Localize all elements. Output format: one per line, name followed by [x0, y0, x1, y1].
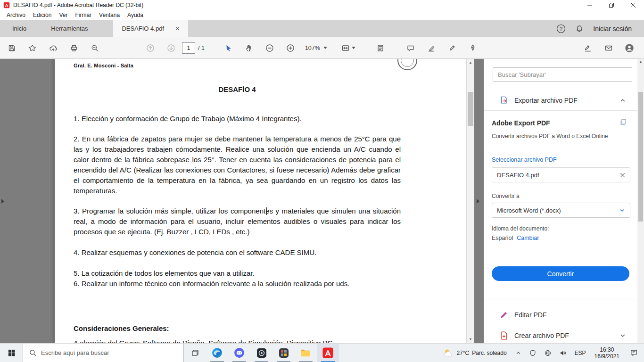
menu-ver[interactable]: Ver: [55, 12, 71, 18]
menu-ventana[interactable]: Ventana: [95, 12, 124, 18]
edit-pdf-row[interactable]: Editar PDF: [484, 306, 637, 324]
request-signatures-button[interactable]: [580, 40, 596, 56]
menu-firmar[interactable]: Firmar: [71, 12, 95, 18]
menu-edicion[interactable]: Edición: [29, 12, 55, 18]
network-globe-icon[interactable]: [540, 349, 555, 357]
chevron-down-icon: [619, 207, 625, 214]
menu-archivo[interactable]: Archivo: [3, 12, 29, 18]
fountain-pen-icon: [469, 44, 477, 52]
chevron-up-icon[interactable]: [619, 97, 626, 104]
collapse-arrow-icon: [477, 199, 479, 204]
taskbar-app-4[interactable]: [272, 344, 295, 362]
sign-tool-button[interactable]: [444, 40, 460, 56]
star-button[interactable]: [25, 40, 41, 56]
fit-width-icon: [341, 44, 350, 52]
send-email-button[interactable]: [601, 40, 617, 56]
tools-search-input[interactable]: [493, 67, 632, 82]
panel-scrollbar[interactable]: ▲: [637, 59, 644, 343]
search-button[interactable]: [87, 40, 103, 56]
page-down-icon: [167, 44, 175, 52]
clock-widget[interactable]: 16:30 16/9/2021: [590, 346, 624, 360]
content-area: Gral. E. Mosconi - Salta DESAFÍO 4 1. El…: [0, 59, 644, 343]
volume-icon[interactable]: [555, 349, 570, 357]
zoom-level-dropdown[interactable]: 107%: [302, 41, 330, 55]
restore-button[interactable]: [601, 0, 622, 10]
scroll-mode-button[interactable]: [372, 40, 388, 56]
print-button[interactable]: [66, 40, 82, 56]
export-pdf-icon: [499, 96, 509, 105]
notifications-bell-icon[interactable]: [575, 25, 584, 33]
doc-heading-consideraciones: Consideraciones Generales:: [74, 323, 401, 334]
taskbar-search-input[interactable]: [23, 344, 183, 362]
sun-cloud-icon: [443, 348, 454, 358]
tab-inicio[interactable]: Inicio: [0, 20, 39, 37]
tab-close-icon[interactable]: [175, 26, 180, 31]
fill-sign-tool-button[interactable]: [465, 40, 481, 56]
change-language-link[interactable]: Cambiar: [517, 235, 539, 241]
tray-time: 16:30: [594, 346, 619, 353]
left-panel-toggle[interactable]: [0, 193, 6, 209]
comment-tool-button[interactable]: [403, 40, 419, 56]
folder-icon: [300, 347, 312, 359]
scroll-up-icon[interactable]: ▲: [467, 60, 474, 66]
app-icon: [256, 347, 267, 359]
taskbar-edge-app[interactable]: [206, 344, 228, 362]
save-button[interactable]: [4, 40, 20, 56]
taskbar-acrobat-app[interactable]: [317, 344, 339, 362]
doc-item-2: 2. En una fábrica de zapatos para mujer …: [74, 134, 401, 196]
account-button[interactable]: [621, 40, 637, 56]
zoom-out-button[interactable]: [262, 40, 278, 56]
close-button[interactable]: [622, 0, 644, 10]
select-pdf-link[interactable]: Seleccionar archivo PDF: [492, 156, 557, 163]
show-hidden-icons-chevron[interactable]: [512, 350, 525, 356]
document-scrollbar[interactable]: ▲ ▼: [466, 59, 474, 343]
minimize-button[interactable]: [579, 0, 601, 10]
hand-tool-button[interactable]: [241, 40, 257, 56]
convert-button[interactable]: Convertir: [492, 266, 629, 281]
menu-ayuda[interactable]: Ayuda: [124, 12, 147, 18]
doc-item-4: 4. Realizar esquemas y conexiones de pot…: [74, 247, 401, 258]
page-number-input[interactable]: [182, 42, 195, 54]
format-select[interactable]: Microsoft Word (*.docx): [492, 203, 630, 218]
export-pdf-section-header[interactable]: Exportar archivo PDF: [484, 90, 637, 111]
taskbar-search[interactable]: [23, 344, 184, 362]
svg-text:?: ?: [560, 26, 562, 32]
scroll-up-icon[interactable]: ▲: [637, 60, 644, 63]
previous-page-button[interactable]: [142, 40, 158, 56]
next-page-button[interactable]: [163, 40, 179, 56]
highlight-tool-button[interactable]: [423, 40, 439, 56]
sign-in-button[interactable]: Iniciar sesión: [593, 25, 632, 33]
right-panel-toggle[interactable]: [475, 193, 481, 209]
start-button[interactable]: [0, 344, 23, 362]
action-center-button[interactable]: [624, 349, 644, 357]
security-shield-icon[interactable]: [525, 349, 540, 357]
page-scroll-icon: [376, 44, 385, 52]
taskbar-file-explorer[interactable]: [295, 344, 317, 362]
share-cloud-button[interactable]: [45, 40, 61, 56]
taskbar-app-3[interactable]: [250, 344, 272, 362]
menu-bar: Archivo Edición Ver Firmar Ventana Ayuda: [0, 10, 644, 20]
scrollbar-thumb[interactable]: [468, 92, 473, 126]
tools-panel: Exportar archivo PDF Adobe Export PDF Co…: [484, 59, 637, 343]
select-tool-button[interactable]: [220, 40, 236, 56]
scroll-down-icon[interactable]: ▼: [467, 337, 474, 342]
discord-icon: [233, 347, 245, 359]
task-view-button[interactable]: [184, 344, 206, 362]
pdf-page: Gral. E. Mosconi - Salta DESAFÍO 4 1. El…: [55, 59, 466, 343]
scrollbar-thumb[interactable]: [638, 92, 643, 222]
keyboard-language[interactable]: ESP: [570, 350, 590, 356]
cursor-icon: [224, 44, 232, 52]
fit-width-dropdown[interactable]: [338, 40, 359, 56]
weather-widget[interactable]: 27°C Parc. soleado: [438, 348, 511, 358]
tab-herramientas[interactable]: Herramientas: [39, 20, 100, 37]
remove-file-icon[interactable]: [620, 173, 625, 178]
tab-document[interactable]: DESAFIO 4.pdf: [113, 20, 188, 37]
doc-item-5: 5. La cotización de todos los elementos …: [74, 268, 401, 279]
zoom-in-button[interactable]: [282, 40, 298, 56]
help-icon[interactable]: ?: [556, 24, 566, 33]
taskbar-discord-app[interactable]: [228, 344, 250, 362]
envelope-icon: [604, 44, 613, 52]
create-pdf-row[interactable]: Crear archivo PDF: [484, 327, 637, 343]
chevron-down-icon[interactable]: [619, 332, 626, 339]
tray-date: 16/9/2021: [594, 353, 619, 360]
